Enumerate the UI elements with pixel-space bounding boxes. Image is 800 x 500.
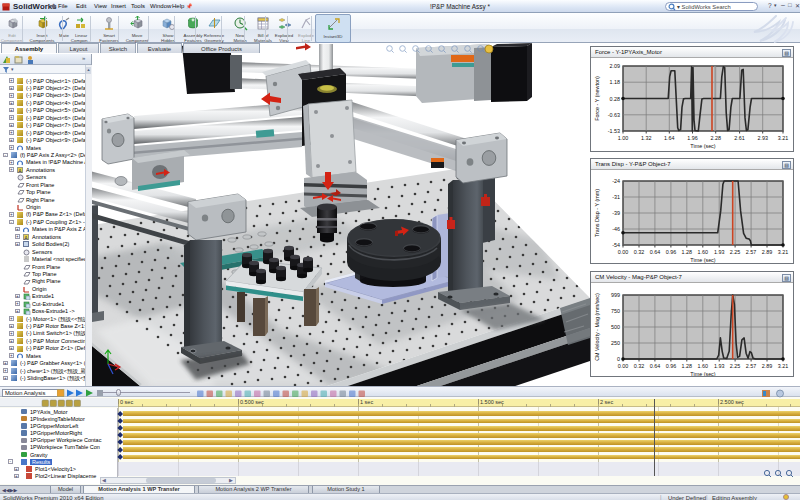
- svg-text:CM Velocity - Mag (mm/sec): CM Velocity - Mag (mm/sec): [594, 293, 600, 361]
- svg-text:0.64: 0.64: [650, 363, 661, 369]
- svg-text:1.32: 1.32: [641, 135, 652, 141]
- svg-text:2.28: 2.28: [710, 135, 721, 141]
- svg-text:250: 250: [611, 340, 620, 346]
- svg-text:2.09: 2.09: [610, 63, 621, 69]
- svg-text:3.21: 3.21: [778, 249, 789, 255]
- svg-text:1.00: 1.00: [618, 135, 629, 141]
- svg-text:1.60: 1.60: [698, 363, 709, 369]
- svg-text:500: 500: [611, 324, 620, 330]
- svg-text:1.28: 1.28: [682, 363, 693, 369]
- svg-text:-54: -54: [612, 242, 620, 248]
- svg-text:Time (sec): Time (sec): [690, 143, 715, 149]
- svg-text:Time (sec): Time (sec): [690, 257, 715, 263]
- svg-text:750: 750: [611, 308, 620, 314]
- svg-text:0.32: 0.32: [634, 249, 645, 255]
- svg-text:1.96: 1.96: [687, 135, 698, 141]
- svg-text:3.21: 3.21: [778, 135, 789, 141]
- svg-text:0: 0: [617, 356, 620, 362]
- svg-text:0.96: 0.96: [666, 249, 677, 255]
- svg-text:Force - Y (newton): Force - Y (newton): [594, 76, 600, 121]
- svg-text:1.28: 1.28: [682, 249, 693, 255]
- svg-text:-24: -24: [612, 178, 620, 184]
- svg-text:-1.53: -1.53: [608, 128, 620, 134]
- svg-text:1.64: 1.64: [664, 135, 675, 141]
- svg-text:1.93: 1.93: [714, 363, 725, 369]
- svg-text:1.60: 1.60: [698, 249, 709, 255]
- svg-text:0.32: 0.32: [634, 363, 645, 369]
- svg-text:Trans Disp - Y (mm): Trans Disp - Y (mm): [594, 189, 600, 237]
- svg-text:-31: -31: [612, 194, 620, 200]
- svg-text:2.93: 2.93: [757, 135, 768, 141]
- svg-text:2.57: 2.57: [746, 249, 757, 255]
- svg-text:0.00: 0.00: [618, 363, 629, 369]
- svg-text:-39: -39: [612, 210, 620, 216]
- svg-text:-0.63: -0.63: [608, 112, 620, 118]
- svg-text:2.25: 2.25: [730, 363, 741, 369]
- svg-text:0.28: 0.28: [610, 96, 621, 102]
- svg-text:999: 999: [611, 292, 620, 298]
- svg-text:2.25: 2.25: [730, 249, 741, 255]
- svg-text:2.89: 2.89: [762, 363, 773, 369]
- svg-text:2.89: 2.89: [762, 249, 773, 255]
- svg-text:0.00: 0.00: [618, 249, 629, 255]
- svg-text:2.61: 2.61: [734, 135, 745, 141]
- svg-text:0.96: 0.96: [666, 363, 677, 369]
- svg-text:Time (sec): Time (sec): [690, 371, 715, 377]
- svg-text:3.21: 3.21: [778, 363, 789, 369]
- svg-text:-46: -46: [612, 226, 620, 232]
- svg-text:0.64: 0.64: [650, 249, 661, 255]
- svg-text:1.18: 1.18: [610, 79, 621, 85]
- svg-text:1.93: 1.93: [714, 249, 725, 255]
- svg-text:2.57: 2.57: [746, 363, 757, 369]
